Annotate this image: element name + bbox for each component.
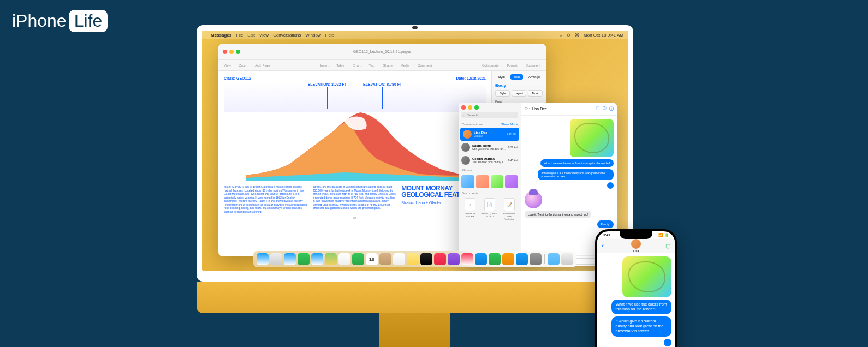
message-bubble-out[interactable]: It would give it a surreal quality and l… <box>611 316 672 336</box>
dock-mail-icon[interactable] <box>311 253 323 265</box>
tab-style[interactable]: Style <box>495 74 508 80</box>
back-button[interactable]: ‹ <box>602 242 604 249</box>
tb-format[interactable]: Format <box>507 64 518 67</box>
menu-window[interactable]: Window <box>305 33 320 38</box>
tapback-icon[interactable] <box>607 182 614 189</box>
tb-media[interactable]: Media <box>401 64 409 67</box>
photo-thumb[interactable] <box>491 175 504 188</box>
tab-arrange[interactable]: Arrange <box>525 74 543 80</box>
dock-messages-icon[interactable] <box>298 253 310 265</box>
dock-finder-icon[interactable] <box>257 253 269 265</box>
photo-thumb[interactable] <box>476 175 489 188</box>
pages-titlebar: GEO112_Lecture_10.18.21.pages <box>218 44 546 60</box>
dock-facetime-icon[interactable] <box>352 253 364 265</box>
maximize-button[interactable] <box>474 105 479 110</box>
btn-layout[interactable]: Layout <box>512 90 526 97</box>
menu-file[interactable]: File <box>236 33 243 38</box>
dock-keynote-icon[interactable] <box>475 253 487 265</box>
minimize-button[interactable] <box>468 105 472 110</box>
menu-edit[interactable]: Edit <box>247 33 255 38</box>
dock-photos-icon[interactable] <box>338 253 350 265</box>
dock-news-icon[interactable] <box>461 253 473 265</box>
imac-bezel: Messages File Edit View Conversations Wi… <box>197 25 633 282</box>
tb-document[interactable]: Document <box>526 64 540 67</box>
messages-sidebar: ⌕ Search Conversations Show More Lisa De… <box>459 103 521 266</box>
dock-notes-icon[interactable] <box>407 253 419 265</box>
menubar-datetime[interactable]: Mon Oct 18 9:41 AM <box>584 33 623 38</box>
menu-view[interactable]: View <box>259 33 269 38</box>
btn-more[interactable]: More <box>528 90 543 97</box>
notch <box>620 231 652 239</box>
phone-icon[interactable]: ✆ <box>603 106 607 112</box>
message-thread[interactable]: What if we use the colors from this map … <box>597 253 675 347</box>
info-icon[interactable]: ⓘ <box>609 106 614 112</box>
show-more-link[interactable]: Show More <box>501 123 518 126</box>
tb-insert[interactable]: Insert <box>320 64 328 67</box>
dock-music-icon[interactable] <box>434 253 446 265</box>
tb-shape[interactable]: Shape <box>383 64 392 67</box>
dock-safari-icon[interactable] <box>284 253 296 265</box>
dock-maps-icon[interactable] <box>325 253 337 265</box>
document-thumb[interactable]: 📄GEO112_Lectur...10.18.21 <box>481 198 498 220</box>
message-bubble-out[interactable]: It would give it a surreal quality and l… <box>538 169 614 180</box>
menubar: Messages File Edit View Conversations Wi… <box>202 31 628 39</box>
contact-avatar[interactable] <box>631 239 641 249</box>
tab-text[interactable]: Text <box>510 74 523 80</box>
photo-thumb[interactable] <box>505 175 518 188</box>
search-input[interactable]: ⌕ Search <box>461 112 518 118</box>
search-icon[interactable]: ⊙ <box>567 33 570 38</box>
menu-help[interactable]: Help <box>325 33 334 38</box>
conversation-item[interactable]: Lisa DeeExactly! 9:41 AM <box>460 128 519 141</box>
message-bubble-out[interactable]: What if we use the colors from this map … <box>540 159 614 167</box>
tb-addpage[interactable]: Add Page <box>255 64 270 67</box>
control-center-icon[interactable]: ⌘ <box>575 33 579 38</box>
document-thumb[interactable]: 📝Presentation NotesYesterday <box>501 198 518 220</box>
facetime-icon[interactable]: ▢ <box>665 243 670 249</box>
paragraph-style[interactable]: Body <box>495 83 543 88</box>
tb-collaborate[interactable]: Collaborate <box>482 64 499 67</box>
close-button[interactable] <box>223 50 227 54</box>
contact-name[interactable]: Lisa Dee <box>532 107 547 111</box>
map-attachment[interactable] <box>622 256 671 297</box>
message-bubble-out[interactable]: What if we use the colors from this map … <box>611 300 672 315</box>
dock-pages-icon[interactable] <box>502 253 514 265</box>
dock-appstore-icon[interactable] <box>516 253 528 265</box>
menu-conversations[interactable]: Conversations <box>273 33 301 38</box>
contact-name[interactable]: Lisa <box>633 249 639 253</box>
dock-reminders-icon[interactable] <box>393 253 405 265</box>
conversation-item[interactable]: Sasha RenjiCan you send the doc for the … <box>459 141 521 154</box>
photo-thumb[interactable] <box>461 175 474 188</box>
dock-numbers-icon[interactable] <box>489 253 501 265</box>
minimize-button[interactable] <box>229 50 234 54</box>
dock-folder-icon[interactable] <box>548 253 560 265</box>
tb-table[interactable]: Table <box>336 64 344 67</box>
dock-tv-icon[interactable] <box>420 253 432 265</box>
dock-calendar-icon[interactable]: 18 <box>366 253 378 265</box>
tapback-icon[interactable] <box>664 339 671 346</box>
message-bubble-in[interactable]: Love it. Ties into the dormant volcano a… <box>525 211 591 218</box>
dock-trash-icon[interactable] <box>561 253 573 265</box>
iphonelife-logo: iPhone Life <box>12 10 108 32</box>
memoji-sticker[interactable] <box>525 191 542 208</box>
btn-style[interactable]: Style <box>495 90 510 97</box>
map-attachment[interactable] <box>570 119 614 157</box>
status-icons: 📶 🔋 <box>658 233 669 237</box>
tb-comment[interactable]: Comment <box>418 64 432 67</box>
document-thumb[interactable]: ♪Lecture 039:41 AM <box>461 198 479 220</box>
message-bubble-out[interactable]: Exactly! <box>597 220 614 228</box>
wifi-icon[interactable]: ⌵ <box>560 33 562 38</box>
pages-document[interactable]: Class: GEO112 Date: 10/18/2021 ELEVATION… <box>218 71 491 256</box>
conversation-item[interactable]: Cecilia DantasJust emailed you on my sec… <box>459 154 521 167</box>
tb-chart[interactable]: Chart <box>353 64 361 67</box>
tb-view[interactable]: View <box>224 64 231 67</box>
tb-text[interactable]: Text <box>368 64 374 67</box>
close-button[interactable] <box>461 105 466 110</box>
dock-podcasts-icon[interactable] <box>448 253 460 265</box>
menubar-app[interactable]: Messages <box>211 33 231 38</box>
dock-launchpad-icon[interactable] <box>270 253 282 265</box>
facetime-video-icon[interactable]: ▢ <box>596 106 600 112</box>
tb-zoom[interactable]: Zoom <box>239 64 247 67</box>
maximize-button[interactable] <box>236 50 240 54</box>
dock-settings-icon[interactable] <box>530 253 542 265</box>
dock-contacts-icon[interactable] <box>379 253 391 265</box>
